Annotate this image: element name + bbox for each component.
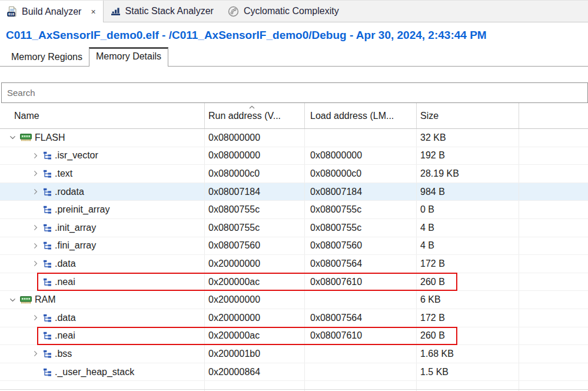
cell-size: 1.5 KB — [416, 363, 519, 381]
section-icon — [43, 206, 52, 214]
tab-memory-regions[interactable]: Memory Regions — [5, 49, 89, 66]
memory-subtabs: Memory Regions Memory Details — [0, 47, 588, 67]
tab-memory-details[interactable]: Memory Details — [89, 47, 168, 67]
tab-build-analyzer[interactable]: 010 Build Analyzer × — [0, 1, 104, 22]
chevron-down-icon[interactable] — [9, 135, 16, 140]
table-row[interactable]: .isr_vector0x080000000x08000000192 B — [0, 147, 588, 165]
cell-spacer — [519, 183, 588, 201]
cell-load-address — [304, 291, 416, 309]
cell-run-address: 0x20000000 — [204, 309, 304, 327]
chevron-right-icon[interactable] — [32, 188, 39, 195]
cell-run-address: 0x08000000 — [204, 129, 304, 147]
cell-spacer — [519, 219, 588, 237]
cell-spacer — [519, 165, 588, 183]
chevron-right-icon[interactable] — [32, 350, 39, 357]
cell-load-address: 0x080000c0 — [304, 165, 416, 183]
section-label: ._user_heap_stack — [55, 367, 134, 377]
section-icon — [43, 332, 52, 340]
cell-load-address: 0x08007610 — [304, 327, 416, 345]
cell-name: .rodata — [0, 183, 204, 201]
table-row[interactable]: ._user_heap_stack0x200008641.5 KB — [0, 363, 588, 382]
cell-spacer — [519, 309, 588, 327]
column-header-load-address[interactable]: Load address (LM... — [304, 103, 416, 128]
column-header-run-address[interactable]: Run address (V... — [204, 103, 304, 128]
memory-chip-icon — [20, 134, 32, 141]
tab-cyclomatic-complexity[interactable]: Cyclomatic Complexity — [221, 1, 346, 22]
table-row[interactable]: .bss0x200001b01.68 KB — [0, 345, 588, 363]
section-icon — [43, 151, 52, 160]
table-row[interactable]: .rodata0x080071840x08007184984 B — [0, 183, 588, 201]
cell-spacer — [519, 345, 588, 363]
cell-run-address: 0x200000ac — [204, 273, 304, 291]
table-row[interactable]: RAM0x200000006 KB — [0, 291, 588, 309]
cell-run-address: 0x200000ac — [204, 327, 304, 345]
table-row[interactable]: .init_array0x0800755c0x0800755c4 B — [0, 219, 588, 237]
section-icon — [43, 368, 52, 376]
chevron-down-icon[interactable] — [9, 298, 16, 302]
search-input[interactable] — [1, 82, 588, 103]
cell-name: .text — [0, 165, 204, 183]
cell-spacer — [519, 237, 588, 255]
section-icon — [43, 170, 52, 178]
cell-spacer — [519, 273, 588, 291]
cell-name: .preinit_array — [0, 201, 204, 218]
column-header-size[interactable]: Size — [416, 103, 519, 128]
table-row[interactable]: FLASH0x0800000032 KB — [0, 129, 588, 147]
section-label: FLASH — [35, 132, 65, 143]
tab-label: Static Stack Analyzer — [125, 6, 214, 16]
cell-load-address: 0x08007564 — [304, 255, 416, 273]
section-label: .isr_vector — [55, 150, 98, 161]
section-icon — [43, 241, 52, 250]
cell-size: 32 KB — [416, 129, 519, 147]
close-icon[interactable]: × — [91, 8, 95, 16]
section-label: RAM — [35, 294, 56, 305]
table-row[interactable]: .text0x080000c00x080000c028.19 KB — [0, 165, 588, 183]
cell-run-address: 0x0800755c — [204, 201, 304, 218]
chevron-right-icon[interactable] — [32, 153, 39, 159]
table-row[interactable]: .preinit_array0x0800755c0x0800755c0 B — [0, 201, 588, 219]
cell-size: 172 B — [416, 255, 519, 273]
cell-run-address: 0x080000c0 — [204, 165, 304, 183]
cell-run-address: 0x20000000 — [204, 291, 304, 309]
section-label: .rodata — [55, 187, 84, 197]
section-icon — [43, 278, 52, 286]
table-row[interactable]: .neai0x200000ac0x08007610260 B — [0, 327, 588, 346]
cell-size: 4 B — [416, 237, 519, 255]
table-row[interactable]: .neai0x200000ac0x08007610260 B — [0, 273, 588, 291]
table-row[interactable]: .data0x200000000x08007564172 B — [0, 309, 588, 327]
section-label: .preinit_array — [55, 204, 109, 215]
cell-size: 260 B — [416, 327, 519, 345]
cell-run-address: 0x20000864 — [204, 363, 304, 381]
section-label: .init_array — [55, 223, 96, 233]
section-icon — [43, 314, 52, 322]
cell-load-address: 0x08000000 — [304, 147, 416, 165]
view-tab-bar: 010 Build Analyzer × Static Stack Analyz… — [0, 0, 588, 22]
column-header-name[interactable]: Name — [0, 103, 204, 128]
cell-load-address: 0x08007610 — [304, 273, 416, 291]
cell-run-address: 0x08007560 — [204, 237, 304, 255]
chevron-right-icon[interactable] — [32, 243, 39, 249]
chevron-right-icon[interactable] — [32, 224, 39, 231]
chevron-right-icon[interactable] — [32, 314, 39, 321]
build-title: C011_AxSensorIF_demo0.elf - /C011_AxSens… — [0, 22, 588, 42]
table-row[interactable]: .fini_array0x080075600x080075604 B — [0, 237, 588, 256]
cyclomatic-icon — [228, 6, 239, 17]
cell-load-address: 0x0800755c — [304, 201, 416, 218]
section-label: .neai — [55, 330, 75, 341]
cell-name: .data — [0, 309, 204, 327]
search-bar — [1, 82, 588, 103]
cell-spacer — [519, 291, 588, 309]
section-icon — [43, 188, 52, 196]
chevron-right-icon[interactable] — [32, 260, 39, 267]
cell-size: 260 B — [416, 273, 519, 291]
section-label: .data — [55, 259, 76, 269]
cell-size: 172 B — [416, 309, 519, 327]
cell-run-address: 0x200001b0 — [204, 345, 304, 363]
table-row[interactable]: .data0x200000000x08007564172 B — [0, 255, 588, 273]
tab-static-stack-analyzer[interactable]: Static Stack Analyzer — [104, 1, 221, 22]
section-icon — [43, 224, 52, 232]
cell-size: 984 B — [416, 183, 519, 201]
chevron-right-icon[interactable] — [32, 170, 39, 177]
cell-spacer — [519, 129, 588, 147]
section-label: .fini_array — [55, 240, 96, 251]
